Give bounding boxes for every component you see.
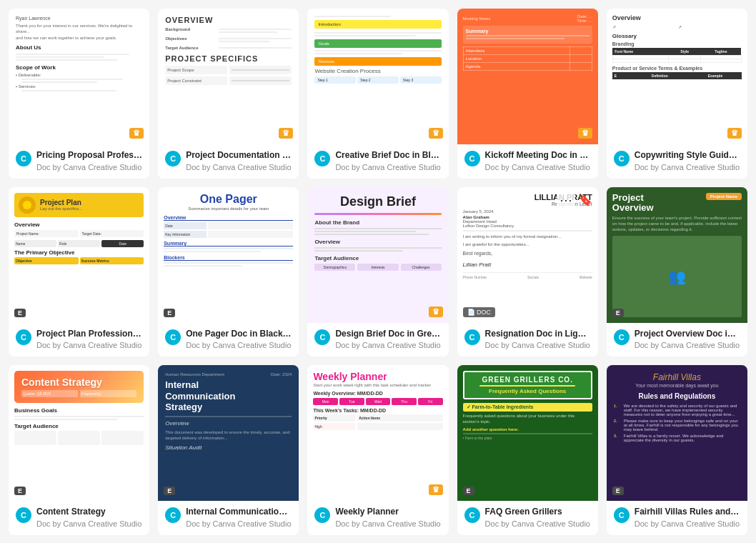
card-text-block: Pricing Proposal Professional ...Doc by … xyxy=(36,150,142,171)
card-subtitle: Doc by Canva Creative Studio xyxy=(186,163,292,171)
card-subtitle: Doc by Canva Creative Studio xyxy=(186,519,292,528)
card-subtitle: Doc by Canva Creative Studio xyxy=(335,341,441,349)
card-subtitle: Doc by Canva Creative Studio xyxy=(635,519,740,528)
crown-badge: ♛ xyxy=(429,484,443,495)
card-title: Design Brief Doc in Grey Lilac ... xyxy=(335,329,441,340)
card-subtitle: Doc by Canva Creative Studio xyxy=(335,519,441,528)
card-title: Kickoff Meeting Doc in Orange ... xyxy=(485,150,591,161)
card-title: Internal Communication Strategy xyxy=(186,507,292,518)
card-info: CProject Plan Professional Doc i...Doc b… xyxy=(9,323,149,357)
avatar: C xyxy=(314,507,330,523)
card-creative-brief[interactable]: Introduction Goals Reviews Website Creat… xyxy=(307,9,448,179)
card-title: Fairhill Villas Rules and Regulations xyxy=(635,507,740,518)
card-text-block: Project Overview Doc in Light ...Doc by … xyxy=(635,329,740,350)
crown-badge: ♛ xyxy=(727,128,742,139)
card-text-block: FAQ Green GrillersDoc by Canva Creative … xyxy=(485,507,591,528)
card-info: CProject Overview Doc in Light ...Doc by… xyxy=(607,323,747,357)
avatar: C xyxy=(16,151,31,166)
card-project-plan[interactable]: Project Plan Lay out the specifics... Ov… xyxy=(9,187,149,357)
card-subtitle: Doc by Canva Creative Studio xyxy=(485,519,591,528)
card-title: Project Documentation Profes... xyxy=(186,150,292,161)
card-subtitle: Doc by Canva Creative Studio xyxy=(485,163,591,171)
card-text-block: Design Brief Doc in Grey Lilac ...Doc by… xyxy=(335,329,441,350)
avatar: C xyxy=(314,151,330,166)
doc-badge: 📄 DOC xyxy=(463,307,496,317)
avatar: C xyxy=(165,507,181,523)
card-copywriting-style[interactable]: Overview ↗ ↗ Glossary Branding Font Name… xyxy=(607,9,747,179)
card-text-block: Resignation Doc in Light Green ...Doc by… xyxy=(485,329,591,350)
card-info: CPricing Proposal Professional ...Doc by… xyxy=(9,144,149,179)
card-subtitle: Doc by Canva Creative Studio xyxy=(36,341,142,349)
bookmark-icon[interactable]: 🔖 xyxy=(578,193,592,206)
avatar: C xyxy=(464,151,480,166)
card-info: CInternal Communication StrategyDoc by C… xyxy=(158,501,299,535)
card-text-block: Copywriting Style Guide Profes...Doc by … xyxy=(635,150,740,171)
card-text-block: Kickoff Meeting Doc in Orange ...Doc by … xyxy=(485,150,591,171)
card-subtitle: Doc by Canva Creative Studio xyxy=(485,341,591,349)
avatar: C xyxy=(614,151,630,166)
e-badge: E xyxy=(612,309,624,317)
crown-badge: ♛ xyxy=(279,128,293,139)
e-badge: E xyxy=(14,309,26,317)
card-one-pager[interactable]: One Pager Summarize important details fo… xyxy=(158,187,299,357)
crown-badge: ♛ xyxy=(429,307,443,317)
e-badge: E xyxy=(164,309,175,317)
card-subtitle: Doc by Canva Creative Studio xyxy=(635,163,740,171)
card-info: COne Pager Doc in Black and Wh...Doc by … xyxy=(158,323,299,357)
card-project-documentation[interactable]: OVERVIEW Background Objectives Target Au… xyxy=(158,9,299,179)
card-fairhill-villas[interactable]: Fairhill Villas Your most memorable days… xyxy=(607,365,747,535)
card-internal-comm[interactable]: Human Resources Department Date: 2024 In… xyxy=(158,365,299,535)
avatar: C xyxy=(165,329,181,345)
card-text-block: Internal Communication StrategyDoc by Ca… xyxy=(186,507,292,528)
card-info: CProject Documentation Profes...Doc by C… xyxy=(158,144,299,179)
card-text-block: Fairhill Villas Rules and RegulationsDoc… xyxy=(635,507,740,528)
card-text-block: Weekly PlannerDoc by Canva Creative Stud… xyxy=(335,507,441,528)
card-content-strategy[interactable]: Content Strategy Quarter: Q3 2025 Prepar… xyxy=(9,365,149,535)
card-info: CDesign Brief Doc in Grey Lilac ...Doc b… xyxy=(307,323,448,357)
crown-badge: ♛ xyxy=(429,128,443,139)
e-badge: E xyxy=(164,487,175,495)
template-grid: Ryan Lawrence Thank you for your interes… xyxy=(0,0,756,543)
card-subtitle: Doc by Canva Creative Studio xyxy=(186,341,292,349)
card-info: CKickoff Meeting Doc in Orange ...Doc by… xyxy=(457,144,598,179)
card-kickoff-meeting[interactable]: Meeting Notes Date: ...Time: ... Summary… xyxy=(457,9,598,179)
e-badge: E xyxy=(14,487,26,495)
card-info: CResignation Doc in Light Green ...Doc b… xyxy=(457,323,598,357)
card-resignation[interactable]: LILLIAN PRATT Resignation Letter January… xyxy=(457,187,598,357)
card-text-block: Content StrategyDoc by Canva Creative St… xyxy=(36,507,142,528)
avatar: C xyxy=(614,329,630,345)
card-info: CWeekly PlannerDoc by Canva Creative Stu… xyxy=(307,501,448,535)
card-subtitle: Doc by Canva Creative Studio xyxy=(335,163,441,171)
more-options-icon[interactable]: ⋯ xyxy=(557,193,575,209)
card-title: Weekly Planner xyxy=(335,507,441,518)
card-design-brief[interactable]: Design Brief About the Brand Overview Ta… xyxy=(307,187,448,357)
avatar: C xyxy=(16,329,31,345)
card-info: CCreative Brief Doc in Black and...Doc b… xyxy=(307,144,448,179)
card-info: CFAQ Green GrillersDoc by Canva Creative… xyxy=(457,501,598,535)
crown-badge: ♛ xyxy=(129,128,144,139)
card-text-block: Project Plan Professional Doc i...Doc by… xyxy=(36,329,142,350)
card-weekly-planner[interactable]: Weekly Planner Start your work week righ… xyxy=(307,365,448,535)
crown-badge: ♛ xyxy=(578,128,592,139)
avatar: C xyxy=(314,329,330,345)
avatar: C xyxy=(165,151,181,166)
card-title: One Pager Doc in Black and Wh... xyxy=(186,329,292,340)
card-subtitle: Doc by Canva Creative Studio xyxy=(36,163,142,171)
card-title: Pricing Proposal Professional ... xyxy=(36,150,142,161)
avatar: C xyxy=(464,329,480,345)
e-badge: E xyxy=(612,487,624,495)
card-subtitle: Doc by Canva Creative Studio xyxy=(36,519,142,528)
card-project-overview[interactable]: ProjectOverview Project Name Ensure the … xyxy=(607,187,747,357)
card-faq-green[interactable]: GREEN GRILLERS CO. Frequently Asked Ques… xyxy=(457,365,598,535)
e-badge: E xyxy=(463,487,474,495)
card-text-block: Creative Brief Doc in Black and...Doc by… xyxy=(335,150,441,171)
card-title: FAQ Green Grillers xyxy=(485,507,591,518)
card-pricing-proposal[interactable]: Ryan Lawrence Thank you for your interes… xyxy=(9,9,149,179)
card-title: Creative Brief Doc in Black and... xyxy=(335,150,441,161)
card-info: CContent StrategyDoc by Canva Creative S… xyxy=(9,501,149,535)
avatar: C xyxy=(16,507,31,523)
card-info: CCopywriting Style Guide Profes...Doc by… xyxy=(607,144,747,179)
card-text-block: One Pager Doc in Black and Wh...Doc by C… xyxy=(186,329,292,350)
card-info: CFairhill Villas Rules and RegulationsDo… xyxy=(607,501,747,535)
card-title: Project Overview Doc in Light ... xyxy=(635,329,740,340)
